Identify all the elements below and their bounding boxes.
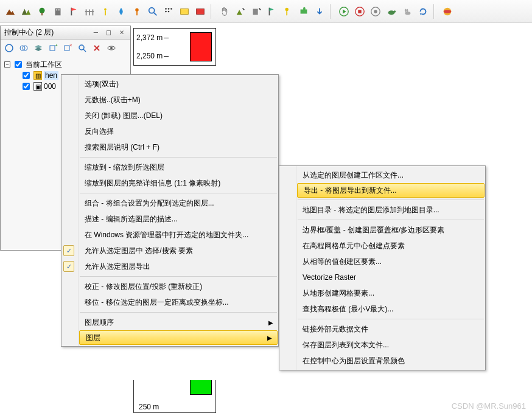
mountain-icon[interactable]	[19, 5, 33, 18]
mi-allow-export[interactable]: ✓允许从选定图层导出	[79, 259, 278, 274]
mi-allow-select[interactable]: ✓允许从选定图层中 选择/搜索 要素	[79, 243, 278, 259]
svg-point-48	[5, 44, 13, 52]
svg-point-45	[407, 9, 408, 12]
mi-layer-submenu[interactable]: 图层▶	[79, 330, 278, 345]
panel-min-button[interactable]: —	[91, 29, 100, 37]
svg-marker-0	[6, 9, 15, 15]
root-checkbox[interactable]	[15, 61, 22, 68]
play-icon[interactable]	[337, 5, 351, 18]
mi-metadata[interactable]: 元数据..(双击+M)	[79, 92, 278, 108]
layer1-checkbox[interactable]	[23, 72, 30, 79]
svg-rect-38	[358, 10, 361, 13]
panel-max-button[interactable]: □	[104, 29, 114, 37]
smi-bgcolor[interactable]: 在控制中心为图层设置背景颜色	[296, 353, 485, 369]
globe-icon[interactable]	[441, 5, 454, 18]
ptb-removelayer-icon[interactable]: ×	[61, 42, 74, 54]
terrain-icon[interactable]	[4, 5, 17, 18]
smi-map-catalog[interactable]: 地图目录 - 将选定的图层添加到地图目录...	[296, 202, 485, 218]
ptb-layers-icon[interactable]	[32, 42, 44, 54]
smi-vectorize[interactable]: Vectorize Raster	[296, 269, 485, 285]
water-icon[interactable]	[114, 5, 128, 18]
edit-flag-icon[interactable]	[265, 5, 279, 18]
rect-yellow-icon[interactable]	[178, 5, 191, 18]
svg-line-58	[83, 49, 86, 52]
mi-layer-order[interactable]: 图层顺序▶	[79, 314, 278, 330]
dotgrid-icon[interactable]	[162, 5, 175, 18]
smi-equal-areas[interactable]: 从相等的值创建区要素...	[296, 254, 485, 269]
smi-find-minmax[interactable]: 查找高程极值 (最小V最大)...	[296, 301, 485, 317]
check-icon: ✓	[63, 261, 74, 272]
mi-zoom-detail[interactable]: 缩放到图层的完整详细信息 (1:1 像素映射)	[79, 175, 278, 191]
legend-window[interactable]: 2,372 m 2,250 m	[133, 28, 216, 66]
rabbit-icon[interactable]	[401, 5, 414, 18]
legend-window-bottom: 250 m	[133, 380, 216, 413]
smi-elev-points[interactable]: 在高程网格单元中心创建点要素	[296, 238, 485, 254]
smi-link-metadata[interactable]: 链接外部元数据文件	[296, 321, 485, 337]
hand-icon[interactable]	[218, 5, 231, 18]
mi-shift[interactable]: 移位 - 移位选定的图层一定距离或变换坐标...	[79, 294, 278, 310]
svg-point-3	[40, 7, 45, 13]
svg-line-30	[259, 8, 261, 10]
svg-rect-55	[65, 46, 69, 50]
mi-describe[interactable]: 描述 - 编辑所选图层的描述...	[79, 211, 278, 227]
mi-invert-select[interactable]: 反向选择	[79, 123, 278, 139]
ptb-zoom-icon[interactable]	[76, 42, 88, 54]
svg-rect-5	[55, 8, 61, 15]
loop-icon[interactable]	[416, 5, 430, 18]
svg-marker-46	[420, 13, 422, 15]
fence-icon[interactable]	[83, 5, 96, 18]
ptb-close-icon[interactable]	[91, 42, 103, 54]
mi-zoom-to[interactable]: 缩放到 - 缩放到所选图层	[79, 159, 278, 175]
svg-point-16	[135, 8, 138, 11]
mi-rectify[interactable]: 校正 - 修改图层位置/投影 (重新校正)	[79, 279, 278, 294]
building-icon[interactable]	[51, 5, 65, 18]
svg-point-14	[104, 8, 107, 10]
rect-red-icon[interactable]	[194, 5, 207, 18]
edit-building-icon[interactable]	[250, 5, 263, 18]
check-icon: ✓	[63, 245, 74, 256]
raster-icon: ▥	[33, 71, 42, 80]
mi-group[interactable]: 组合 - 将组合设置为分配到选定的图层...	[79, 195, 278, 211]
tree-icon[interactable]	[35, 5, 49, 18]
ptb-addlayer-icon[interactable]: +	[47, 42, 59, 54]
mi-options[interactable]: 选项(双击)	[79, 76, 278, 92]
panel-titlebar[interactable]: 控制中心 (2 层) — □ ×	[1, 26, 130, 40]
vector-icon: ▣	[33, 82, 42, 91]
svg-rect-26	[197, 9, 205, 14]
svg-point-33	[285, 7, 289, 10]
smi-save-list[interactable]: 保存图层列表到文本文件...	[296, 337, 485, 353]
svg-rect-29	[253, 9, 258, 15]
svg-point-44	[405, 9, 407, 12]
ptb-rings-icon[interactable]	[18, 42, 30, 54]
mi-search-desc[interactable]: 搜索图层说明 (Ctrl + F)	[79, 139, 278, 155]
mi-close-layer[interactable]: 关闭 (卸载) 图层...(DEL)	[79, 108, 278, 123]
pin-icon[interactable]	[130, 5, 144, 18]
edit-terrain-icon[interactable]	[234, 5, 247, 18]
ptb-eye-icon[interactable]	[105, 42, 117, 54]
record-icon[interactable]	[369, 5, 382, 18]
ptb-globe-icon[interactable]	[3, 42, 15, 54]
svg-point-40	[374, 10, 377, 13]
mi-open-explorer[interactable]: 在 Windows 资源管理器中打开选定的地图文件夹...	[79, 227, 278, 243]
flag-icon[interactable]	[67, 5, 80, 18]
arrow-down-icon[interactable]	[313, 5, 326, 18]
tool-a-icon[interactable]	[99, 5, 112, 18]
edit-pin-icon[interactable]	[281, 5, 295, 18]
collapse-toggle[interactable]: −	[4, 61, 10, 68]
turtle-icon[interactable]	[385, 5, 398, 18]
tree-root-row[interactable]: − 当前工作区	[4, 59, 127, 70]
svg-marker-32	[270, 7, 274, 10]
layer2-checkbox[interactable]	[23, 83, 30, 90]
svg-line-28	[243, 8, 245, 10]
search-icon[interactable]	[146, 5, 159, 18]
svg-point-57	[79, 45, 84, 50]
submenu-arrow-icon: ▶	[268, 319, 273, 326]
smi-create-workspace[interactable]: 从选定的图层创建工作区文件...	[296, 167, 485, 183]
smi-terrain-grid[interactable]: 从地形创建网格要素...	[296, 285, 485, 301]
smi-export[interactable]: 导出 - 将图层导出到新文件...	[297, 183, 485, 198]
puzzle-icon[interactable]	[297, 5, 310, 18]
panel-close-button[interactable]: ×	[117, 29, 127, 37]
stop-icon[interactable]	[353, 5, 366, 18]
svg-marker-36	[343, 9, 346, 13]
smi-bbox[interactable]: 边界框/覆盖 - 创建图层覆盖框/多边形区要素	[296, 222, 485, 238]
